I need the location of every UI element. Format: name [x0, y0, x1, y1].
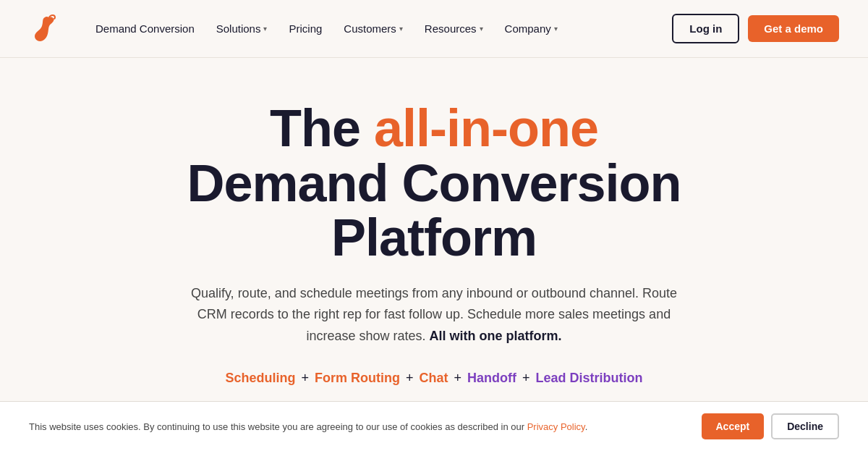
nav-actions: Log in Get a demo	[672, 14, 839, 43]
plus-1: +	[301, 371, 309, 386]
company-chevron-icon: ▾	[554, 25, 558, 33]
feature-scheduling: Scheduling	[225, 371, 295, 386]
nav-solutions[interactable]: Solutions ▾	[208, 17, 276, 41]
solutions-chevron-icon: ▾	[263, 25, 267, 33]
feature-handoff: Handoff	[467, 371, 516, 386]
login-button[interactable]: Log in	[672, 14, 739, 43]
plus-2: +	[406, 371, 414, 386]
nav-company[interactable]: Company ▾	[496, 17, 566, 41]
logo-icon	[29, 13, 61, 45]
cookie-text: This website uses cookies. By continuing…	[29, 421, 687, 432]
nav-pricing[interactable]: Pricing	[280, 17, 331, 41]
nav-demand-conversion[interactable]: Demand Conversion	[87, 17, 203, 41]
feature-chat: Chat	[420, 371, 448, 386]
accept-cookies-button[interactable]: Accept	[702, 413, 765, 439]
feature-form-routing: Form Routing	[315, 371, 400, 386]
plus-3: +	[454, 371, 462, 386]
hero-section: The all-in-one Demand Conversion Platfor…	[0, 58, 868, 415]
resources-chevron-icon: ▾	[480, 25, 483, 33]
hero-subtext: Qualify, route, and schedule meetings fr…	[188, 283, 680, 347]
hero-features: Scheduling + Form Routing + Chat + Hando…	[225, 371, 642, 386]
nav-resources[interactable]: Resources ▾	[416, 17, 492, 41]
feature-lead-distribution: Lead Distribution	[536, 371, 643, 386]
decline-cookies-button[interactable]: Decline	[771, 413, 839, 439]
nav-links: Demand Conversion Solutions ▾ Pricing Cu…	[87, 17, 672, 41]
customers-chevron-icon: ▾	[399, 25, 403, 33]
privacy-policy-link[interactable]: Privacy Policy	[527, 421, 585, 432]
main-nav: Demand Conversion Solutions ▾ Pricing Cu…	[0, 0, 868, 58]
nav-customers[interactable]: Customers ▾	[335, 17, 412, 41]
hero-headline: The all-in-one Demand Conversion Platfor…	[109, 101, 760, 266]
get-demo-button[interactable]: Get a demo	[748, 15, 839, 42]
logo[interactable]	[29, 13, 61, 45]
plus-4: +	[522, 371, 530, 386]
cookie-banner: This website uses cookies. By continuing…	[0, 401, 868, 451]
cookie-actions: Accept Decline	[702, 413, 840, 439]
